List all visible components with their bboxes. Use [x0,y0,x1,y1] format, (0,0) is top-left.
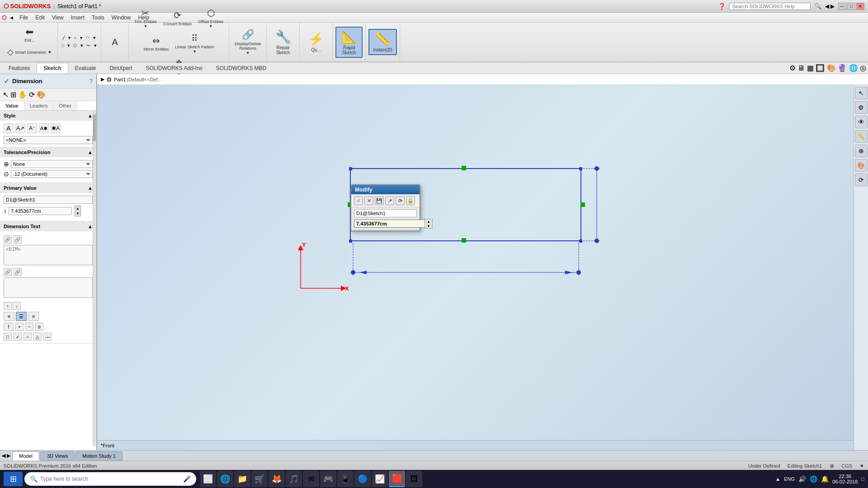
modify-lock-button[interactable]: 🔒 [406,196,415,205]
taskbar-app-photos[interactable]: 🖼 [406,471,422,487]
polygon-dropdown[interactable]: ▼ [79,42,85,49]
tolerance-type-dropdown[interactable]: None [11,160,93,168]
style-icon-4[interactable]: A✱ [39,123,49,133]
taskbar-app-phone[interactable]: 📱 [337,471,354,487]
primary-value-header[interactable]: Primary Value ▲ [0,183,96,193]
rotate-icon[interactable]: ⟳ [29,90,35,99]
menu-arrow[interactable]: ◄ [9,15,14,20]
style-icon-5[interactable]: ✱A [51,123,61,133]
right-settings-button[interactable]: ⚙ [855,101,868,114]
modify-cancel-button[interactable]: ✕ [364,196,373,205]
notification-icon[interactable]: 🔔 [821,475,829,483]
taskbar-app-blue[interactable]: 🔵 [354,471,371,487]
arc-tool[interactable]: ◠ [85,35,90,41]
menu-view[interactable]: View [48,14,67,22]
menu-window[interactable]: Window [108,14,135,22]
bottom-tab-nav-left[interactable]: ◀ ▶ [2,453,10,459]
style-icon-1[interactable]: A [4,123,14,133]
modify-field1[interactable] [354,209,417,217]
rapid-sketch-button[interactable]: 📐 RapidSketch [335,27,363,58]
right-appearance-button[interactable]: 🎨 [855,159,868,172]
font-icon[interactable]: f [4,323,14,331]
taskbar-app-game[interactable]: 🎮 [320,471,336,487]
modify-decrement-button[interactable]: ▼ [425,224,432,228]
dim-icon-link4[interactable]: 🔗 [14,268,22,276]
circle-sm-icon[interactable]: ○ [24,333,32,341]
taskbar-up-arrow[interactable]: ▲ [775,476,780,482]
tolerance-header[interactable]: Tolerance/Precision ▲ [0,147,96,157]
tab-addins[interactable]: SOLIDWORKS Add-Ins [139,63,209,73]
right-triad-button[interactable]: ⟳ [855,174,868,186]
notifications-button[interactable]: □ [861,476,864,482]
insert-below-icon[interactable]: ↓ [13,302,21,310]
minus-icon[interactable]: − [25,323,33,331]
arc-dropdown[interactable]: ▼ [91,35,97,41]
pv-decrement-button[interactable]: ▼ [75,211,80,216]
quick-snaps-button[interactable]: ⚡ Qu... [302,29,330,55]
dim-icon-link2[interactable]: 🔗 [14,235,22,244]
dimension-check-icon[interactable]: ✓ [4,77,9,85]
scroll-thumb[interactable] [93,114,96,141]
triangle-icon[interactable]: △ [33,333,42,341]
dimension-text-header[interactable]: Dimension Text ▲ [0,221,96,231]
instant2d-button[interactable]: 📏 Instant2D [368,29,397,55]
taskbar-search-input[interactable] [40,476,180,482]
tab-value[interactable]: Value [0,101,24,110]
repair-sketch-button[interactable]: 🔧 RepairSketch [269,27,297,57]
mic-icon[interactable]: 🎤 [183,475,191,483]
network-icon[interactable]: 🌐 [810,475,817,483]
tree-expand-icon[interactable]: ▶ [101,76,104,82]
view-icons[interactable]: ⚙ 🖥 ▦ 🔲 🎨 🔮 🌐 ◎ [789,64,866,72]
tree-part-name[interactable]: Part1 [114,77,126,82]
rect-tool[interactable]: □ [61,42,65,49]
dim-icon-link3[interactable]: 🔗 [4,268,12,276]
tab-evaluate[interactable]: Evaluate [68,63,103,73]
start-button[interactable]: ⊞ [4,472,23,486]
tab-other[interactable]: Other [54,101,78,110]
dim-icon-link1[interactable]: 🔗 [4,235,12,244]
right-select-button[interactable]: ↖ [855,87,868,99]
modify-increment-button[interactable]: ▲ [425,219,432,224]
relations-dd-icon[interactable]: ▼ [246,51,250,55]
tab-motion-study[interactable]: Motion Study 1 [75,451,122,460]
right-measure-button[interactable]: 📏 [855,130,868,143]
taskbar-app-taskview[interactable]: ⬜ [200,471,216,487]
style-dropdown[interactable]: <NONE> [4,136,93,144]
scroll-indicator[interactable] [93,111,96,446]
tab-model[interactable]: Model [12,451,39,460]
minimize-button[interactable]: — [838,3,846,10]
exit-sketch-button[interactable]: ⬅ Exit... [19,25,40,44]
style-icon-2[interactable]: A↗ [15,123,25,133]
right-view-button[interactable]: 👁 [855,116,868,128]
close-button[interactable]: ✕ [856,3,864,10]
taskbar-app-chart[interactable]: 📈 [372,471,388,487]
taskbar-app-explorer[interactable]: 📁 [234,471,250,487]
modify-reset-button[interactable]: ⟳ [396,196,405,205]
select-icon[interactable]: ↖ [3,90,9,99]
align-left-button[interactable]: ≡ [4,312,14,321]
tab-leaders[interactable]: Leaders [24,101,54,110]
lp-dd-icon[interactable]: ▼ [193,49,197,54]
insert-above-icon[interactable]: ↑ [4,302,12,310]
rect-dropdown[interactable]: ▼ [66,42,71,49]
panel-help-icon[interactable]: ? [90,78,93,84]
menu-edit[interactable]: Edit [32,14,48,22]
convert-entities-button[interactable]: ⟳ Convert Entities [160,8,195,28]
line-tool[interactable]: ╱ [61,35,66,41]
pan-icon[interactable]: ✋ [18,90,27,99]
taskbar-app-store[interactable]: 🛒 [251,471,268,487]
titlebar-nav-icon[interactable]: ◀ ▶ [825,3,835,9]
special-char-icon[interactable]: α [35,323,43,331]
line-icon[interactable]: — [43,333,52,341]
spline-dropdown[interactable]: ▼ [92,42,98,49]
menu-insert[interactable]: Insert [67,14,88,22]
lang-icon[interactable]: ENG [784,476,795,482]
tab-dimxpert[interactable]: DimXpert [103,63,139,73]
modify-expand-button[interactable]: ↗ [385,196,394,205]
polygon-tool[interactable]: ⬡ [72,42,78,49]
spline-tool[interactable]: 〜 [85,42,91,50]
viewport[interactable]: Y X [97,85,854,450]
modify-value-input[interactable] [354,220,425,228]
primary-value-field1[interactable] [4,196,93,204]
help-search-input[interactable] [729,3,811,10]
